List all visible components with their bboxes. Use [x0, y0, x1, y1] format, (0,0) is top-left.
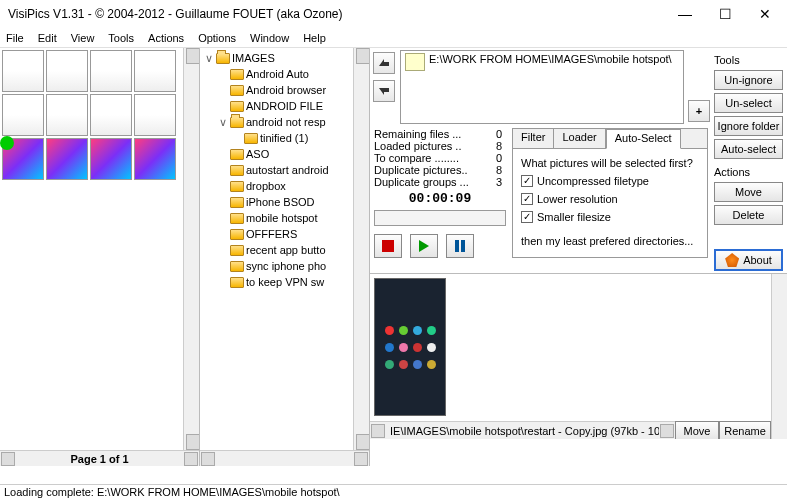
tree-node-label[interactable]: iPhone BSOD	[246, 196, 314, 208]
folder-tree[interactable]: ∨IMAGES Android Auto Android browser AND…	[200, 48, 353, 450]
tree-node-label[interactable]: autostart android	[246, 164, 329, 176]
thumbnail[interactable]	[90, 94, 132, 136]
tools-panel: Tools Un-ignore Un-select Ignore folder …	[712, 48, 787, 273]
menu-file[interactable]: File	[6, 32, 24, 44]
preview-image[interactable]	[374, 278, 446, 416]
add-path-button[interactable]	[373, 52, 395, 74]
tree-collapse-icon[interactable]: ∨	[218, 116, 228, 129]
menu-options[interactable]: Options	[198, 32, 236, 44]
tree-node-label[interactable]: sync iphone pho	[246, 260, 326, 272]
window-title: VisiPics V1.31 - © 2004-2012 - Guillaume…	[8, 7, 671, 21]
checkbox-smaller-size[interactable]: ✓	[521, 211, 533, 223]
tab-filter[interactable]: Filter	[513, 129, 554, 148]
tree-node-label[interactable]: recent app butto	[246, 244, 326, 256]
tools-heading: Tools	[714, 54, 783, 66]
tree-node-label[interactable]: android not resp	[246, 116, 326, 128]
stat-label: Loaded pictures ..	[374, 140, 461, 152]
menu-help[interactable]: Help	[303, 32, 326, 44]
move-button[interactable]: Move	[714, 182, 783, 202]
thumbnail[interactable]	[2, 94, 44, 136]
folder-tree-pane: ∨IMAGES Android Auto Android browser AND…	[200, 48, 370, 466]
page-next-button[interactable]	[184, 452, 198, 466]
tab-auto-select[interactable]: Auto-Select	[606, 129, 681, 149]
close-button[interactable]: ✕	[751, 4, 779, 24]
thumbnail[interactable]	[90, 138, 132, 180]
pause-button[interactable]	[446, 234, 474, 258]
tree-vscroll[interactable]	[353, 48, 369, 450]
thumbnail[interactable]	[46, 138, 88, 180]
scroll-right-button[interactable]	[354, 452, 368, 466]
thumbnail-grid[interactable]	[0, 48, 183, 450]
thumbnail[interactable]	[2, 50, 44, 92]
folder-icon	[230, 277, 244, 288]
preview-pane: IE\IMAGES\mobile hotspot\restart - Copy.…	[370, 273, 787, 439]
maximize-button[interactable]: ☐	[711, 4, 739, 24]
menu-edit[interactable]: Edit	[38, 32, 57, 44]
remove-path-button[interactable]	[373, 80, 395, 102]
fox-icon	[725, 253, 739, 267]
thumbnails-pager: Page 1 of 1	[0, 450, 199, 466]
tree-node-label[interactable]: Android Auto	[246, 68, 309, 80]
stat-value: 0	[496, 152, 502, 164]
ignore-folder-button[interactable]: Ignore folder	[714, 116, 783, 136]
menu-tools[interactable]: Tools	[108, 32, 134, 44]
svg-rect-2	[461, 240, 465, 252]
stat-label: Duplicate pictures..	[374, 164, 468, 176]
tree-node-label[interactable]: IMAGES	[232, 52, 275, 64]
thumbnail[interactable]	[46, 94, 88, 136]
tree-node-label[interactable]: ASO	[246, 148, 269, 160]
about-button[interactable]: About	[714, 249, 783, 271]
folder-icon	[230, 213, 244, 224]
path-list[interactable]: E:\WORK FROM HOME\IMAGES\mobile hotspot\	[400, 50, 684, 124]
thumbnail[interactable]	[46, 50, 88, 92]
tab-loader[interactable]: Loader	[554, 129, 605, 148]
thumbnails-vscroll[interactable]	[183, 48, 199, 450]
minimize-button[interactable]: ―	[671, 4, 699, 24]
preview-scroll-left[interactable]	[371, 424, 385, 438]
thumbnail[interactable]	[134, 50, 176, 92]
actions-heading: Actions	[714, 166, 783, 178]
tree-node-label[interactable]: tinified (1)	[260, 132, 308, 144]
tree-node-label[interactable]: ANDROID FILE	[246, 100, 323, 112]
thumbnail[interactable]	[134, 138, 176, 180]
svg-rect-1	[455, 240, 459, 252]
page-indicator: Page 1 of 1	[70, 453, 128, 465]
folder-icon	[230, 197, 244, 208]
thumbnail[interactable]	[90, 50, 132, 92]
tree-hscroll[interactable]	[200, 450, 369, 466]
preview-info: IE\IMAGES\mobile hotspot\restart - Copy.…	[390, 425, 659, 437]
tree-node-label[interactable]: OFFFERS	[246, 228, 297, 240]
stop-button[interactable]	[374, 234, 402, 258]
menu-view[interactable]: View	[71, 32, 95, 44]
stat-label: Remaining files ...	[374, 128, 461, 140]
checkbox-uncompressed[interactable]: ✓	[521, 175, 533, 187]
tree-node-label[interactable]: dropbox	[246, 180, 286, 192]
preview-rename-button[interactable]: Rename	[719, 421, 771, 440]
delete-button[interactable]: Delete	[714, 205, 783, 225]
preview-scroll-right[interactable]	[660, 424, 674, 438]
add-button[interactable]: +	[688, 100, 710, 122]
path-text: E:\WORK FROM HOME\IMAGES\mobile hotspot\	[429, 53, 672, 65]
checkbox-label: Smaller filesize	[537, 211, 611, 223]
preview-move-button[interactable]: Move	[675, 421, 719, 440]
stat-label: To compare ........	[374, 152, 459, 164]
checkbox-lower-res[interactable]: ✓	[521, 193, 533, 205]
folder-thumbnail-icon	[405, 53, 425, 71]
tree-node-label[interactable]: to keep VPN sw	[246, 276, 324, 288]
thumbnail[interactable]	[2, 138, 44, 180]
menu-window[interactable]: Window	[250, 32, 289, 44]
unselect-button[interactable]: Un-select	[714, 93, 783, 113]
tree-node-label[interactable]: mobile hotspot	[246, 212, 318, 224]
folder-icon	[230, 181, 244, 192]
tree-collapse-icon[interactable]: ∨	[204, 52, 214, 65]
unignore-button[interactable]: Un-ignore	[714, 70, 783, 90]
page-prev-button[interactable]	[1, 452, 15, 466]
scroll-left-button[interactable]	[201, 452, 215, 466]
preview-vscroll[interactable]	[771, 274, 787, 439]
play-button[interactable]	[410, 234, 438, 258]
tree-node-label[interactable]: Android browser	[246, 84, 326, 96]
menu-actions[interactable]: Actions	[148, 32, 184, 44]
folder-icon	[230, 245, 244, 256]
auto-select-button[interactable]: Auto-select	[714, 139, 783, 159]
thumbnail[interactable]	[134, 94, 176, 136]
